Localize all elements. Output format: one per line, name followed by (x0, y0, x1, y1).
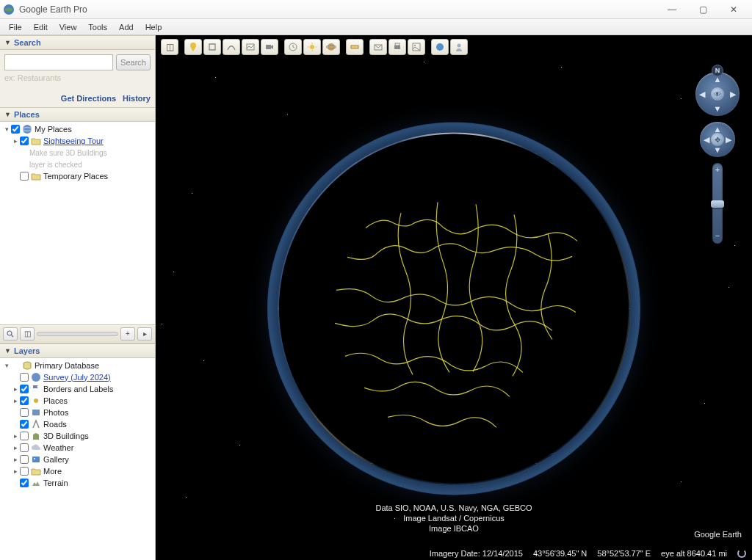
search-button[interactable]: Search (116, 54, 151, 70)
history-link[interactable]: History (123, 94, 151, 103)
expander-icon[interactable]: ▸ (12, 397, 19, 404)
zoom-slider[interactable]: + − (712, 163, 723, 244)
places-layer-label[interactable]: Places (43, 396, 68, 405)
borders-label[interactable]: Borders and Labels (43, 385, 113, 393)
menu-help[interactable]: Help (140, 21, 168, 33)
expander-icon[interactable]: ▾ (3, 126, 10, 133)
temp-places-checkbox[interactable] (20, 172, 29, 181)
view-in-maps-button[interactable] (431, 39, 449, 55)
polygon-button[interactable] (203, 39, 221, 55)
ruler-button[interactable] (346, 39, 364, 55)
sunlight-button[interactable] (303, 39, 321, 55)
image-overlay-button[interactable] (242, 39, 259, 55)
gallery-label[interactable]: Gallery (43, 455, 69, 464)
3d-buildings-label[interactable]: 3D Buildings (43, 432, 89, 440)
expander-icon[interactable]: ▸ (12, 137, 19, 145)
photos-label[interactable]: Photos (43, 408, 68, 417)
longitude: 58°52'53.77" E (597, 549, 651, 558)
primary-database-label[interactable]: Primary Database (35, 361, 99, 370)
menu-add[interactable]: Add (113, 21, 140, 33)
photos-checkbox[interactable] (20, 408, 29, 417)
eye-icon[interactable]: 👁 (711, 87, 724, 101)
road-icon (31, 419, 41, 429)
weather-label[interactable]: Weather (43, 443, 73, 452)
map-viewport[interactable]: ◫ (156, 35, 752, 560)
folder-icon (31, 171, 41, 181)
expander-icon[interactable]: ▾ (3, 362, 10, 369)
hide-sidebar-button[interactable]: ◫ (161, 39, 178, 55)
survey-link[interactable]: Survey (July 2024) (43, 373, 111, 382)
close-button[interactable]: ✕ (718, 2, 749, 17)
more-label[interactable]: More (43, 467, 62, 476)
survey-checkbox[interactable] (20, 373, 29, 382)
places-panel-header[interactable]: ▼Places (0, 107, 155, 122)
my-places-checkbox[interactable] (11, 125, 20, 134)
hand-icon[interactable]: ✥ (711, 133, 724, 146)
minimize-button[interactable]: — (657, 2, 687, 17)
layers-panel-header[interactable]: ▼Layers (0, 343, 155, 358)
menu-view[interactable]: View (54, 21, 83, 33)
imagery-date: Imagery Date: 12/14/2015 (430, 549, 523, 558)
eye-altitude: eye alt 8640.41 mi (661, 549, 727, 558)
title-bar: Google Earth Pro — ▢ ✕ (0, 0, 752, 19)
save-image-button[interactable] (408, 39, 425, 55)
menu-edit[interactable]: Edit (28, 21, 54, 33)
play-tour-button[interactable]: ▸ (137, 327, 152, 341)
3d-buildings-checkbox[interactable] (20, 432, 29, 440)
pan-left-icon[interactable]: ◀ (704, 135, 709, 145)
terrain-icon (31, 478, 41, 488)
globe[interactable] (278, 132, 630, 484)
sightseeing-checkbox[interactable] (20, 137, 29, 145)
look-up-icon[interactable]: ▲ (714, 75, 722, 84)
zoom-in-button[interactable]: + (712, 165, 723, 175)
menu-file[interactable]: File (3, 21, 28, 33)
look-down-icon[interactable]: ▼ (714, 104, 722, 113)
expander-icon[interactable]: ▸ (12, 468, 19, 475)
add-content-button[interactable]: + (120, 327, 135, 341)
look-left-icon[interactable]: ◀ (699, 90, 705, 99)
print-button[interactable] (388, 39, 406, 55)
menu-tools[interactable]: Tools (82, 21, 113, 33)
zoom-out-button[interactable]: − (712, 231, 723, 241)
terrain-label[interactable]: Terrain (43, 479, 68, 487)
panel-toggle-button[interactable]: ◫ (20, 327, 35, 341)
svg-point-1 (23, 125, 32, 134)
temporary-places-label[interactable]: Temporary Places (43, 172, 108, 181)
search-panel-header[interactable]: ▼Search (0, 35, 155, 50)
zoom-thumb[interactable] (711, 200, 724, 208)
expander-icon[interactable]: ▸ (12, 456, 19, 463)
expander-icon[interactable]: ▸ (12, 432, 19, 440)
gallery-checkbox[interactable] (20, 455, 29, 464)
terrain-checkbox[interactable] (20, 479, 29, 487)
search-places-button[interactable] (3, 327, 18, 341)
more-checkbox[interactable] (20, 467, 29, 476)
search-input[interactable] (4, 54, 113, 70)
my-places-label[interactable]: My Places (35, 125, 72, 134)
email-button[interactable] (369, 39, 387, 55)
sightseeing-tour-link[interactable]: Sightseeing Tour (43, 137, 104, 145)
look-ring[interactable]: N ▲ ▼ ▶ ◀ 👁 (695, 72, 740, 116)
get-directions-link[interactable]: Get Directions (61, 94, 116, 103)
status-bar: Imagery Date: 12/14/2015 43°56'39.45" N … (156, 547, 752, 560)
look-right-icon[interactable]: ▶ (730, 90, 736, 99)
path-button[interactable] (223, 39, 240, 55)
expander-icon[interactable]: ▸ (12, 444, 19, 451)
weather-checkbox[interactable] (20, 443, 29, 452)
historical-imagery-button[interactable] (284, 39, 302, 55)
sign-in-button[interactable] (450, 39, 468, 55)
places-layer-checkbox[interactable] (20, 396, 29, 405)
svg-rect-23 (394, 46, 400, 49)
pan-ring[interactable]: ▲ ▼ ▶ ◀ ✥ (700, 122, 735, 157)
pan-down-icon[interactable]: ▼ (714, 145, 722, 154)
pan-right-icon[interactable]: ▶ (726, 135, 731, 145)
expander-icon[interactable]: ▸ (12, 385, 19, 393)
record-tour-button[interactable] (261, 39, 278, 55)
planet-button[interactable] (322, 39, 340, 55)
placemark-button[interactable] (184, 39, 202, 55)
menu-bar: File Edit View Tools Add Help (0, 19, 752, 35)
roads-checkbox[interactable] (20, 420, 29, 429)
maximize-button[interactable]: ▢ (687, 2, 718, 17)
opacity-slider[interactable] (37, 332, 118, 336)
roads-label[interactable]: Roads (43, 420, 67, 429)
borders-checkbox[interactable] (20, 385, 29, 393)
